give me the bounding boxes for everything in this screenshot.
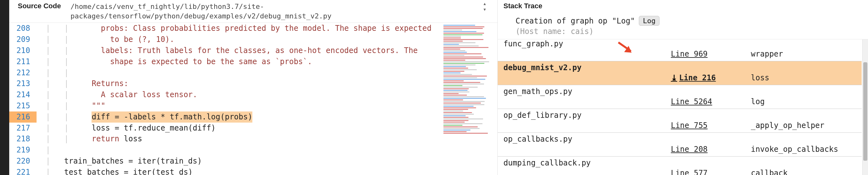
stack-func-cell: log xyxy=(745,96,862,109)
stack-file-cell[interactable]: op_def_library.py xyxy=(498,109,862,120)
line-number[interactable]: 208 xyxy=(9,23,35,34)
path-scroll-down-icon[interactable]: ▼ xyxy=(483,8,487,11)
minimap-line xyxy=(443,33,484,34)
line-number[interactable]: 219 xyxy=(9,144,35,155)
stack-line-cell[interactable]: Line 969 xyxy=(665,48,745,61)
line-number[interactable]: 212 xyxy=(9,67,35,78)
line-number[interactable]: 216 xyxy=(9,111,35,123)
minimap-line xyxy=(443,114,474,115)
minimap-line xyxy=(443,31,476,32)
stack-row[interactable]: gen_math_ops.py xyxy=(498,85,862,96)
minimap-line xyxy=(443,88,469,89)
source-path-line1: /home/cais/venv_tf_nightly/lib/python3.7… xyxy=(70,3,264,10)
source-path-line2: packages/tensorflow/python/debug/example… xyxy=(70,12,332,20)
stack-line-row[interactable]: Line 208invoke_op_callbacks xyxy=(498,144,862,156)
line-number[interactable]: 220 xyxy=(9,155,35,167)
stack-file-cell[interactable]: dumping_callback.py xyxy=(498,156,862,168)
stack-row[interactable]: op_def_library.py xyxy=(498,109,862,120)
indent-guide: | xyxy=(36,167,64,175)
code-line[interactable]: 213 | | Returns: xyxy=(9,78,440,89)
code-line[interactable]: 215 | | """ xyxy=(9,100,440,111)
indent-guide: | | xyxy=(36,89,83,100)
stack-line-row[interactable]: Line 5264log xyxy=(498,96,862,109)
minimap-line xyxy=(443,55,464,56)
stack-row[interactable]: dumping_callback.py xyxy=(498,156,862,168)
log-op-button[interactable]: Log xyxy=(639,16,660,26)
line-number[interactable]: 221 xyxy=(9,167,35,175)
stack-line-cell[interactable]: Line 208 xyxy=(665,144,745,156)
indent-guide: | | xyxy=(36,100,83,111)
stack-row[interactable]: op_callbacks.py xyxy=(498,133,862,144)
line-number[interactable]: 213 xyxy=(9,78,35,89)
stack-line-cell[interactable]: Line 755 xyxy=(665,120,745,133)
code-token xyxy=(64,144,69,155)
minimap-line xyxy=(443,66,466,67)
stack-row[interactable]: debug_mnist_v2.py xyxy=(498,61,862,72)
code-line[interactable]: 211 | | shape is expected to be the same… xyxy=(9,56,440,67)
stack-func-cell: loss xyxy=(745,72,862,85)
line-number[interactable]: 209 xyxy=(9,34,35,45)
stack-line-link[interactable]: Line 216 xyxy=(679,73,716,82)
stack-file-pad xyxy=(498,48,665,61)
minimap-line xyxy=(443,39,484,40)
stack-line-cell[interactable]: ⤓Line 216 xyxy=(665,72,745,85)
line-number[interactable]: 218 xyxy=(9,133,35,144)
code-token: loss = tf.reduce_mean(diff) xyxy=(92,123,216,134)
minimap-line xyxy=(443,118,483,119)
code-line[interactable]: 218 | | return loss xyxy=(9,133,440,144)
stack-line-link[interactable]: Line 755 xyxy=(671,121,708,130)
stack-scrollbar[interactable] xyxy=(862,39,868,175)
stack-trace-title: Stack Trace xyxy=(503,2,862,10)
minimap-line xyxy=(443,52,467,53)
code-line[interactable]: 219 | xyxy=(9,144,440,155)
download-icon: ⤓ xyxy=(671,73,677,82)
code-editor-area[interactable]: 208 | | probs: Class probabilities predi… xyxy=(9,23,497,175)
line-number[interactable]: 210 xyxy=(9,45,35,56)
line-number[interactable]: 217 xyxy=(9,123,35,134)
minimap-line xyxy=(443,109,468,110)
code-line[interactable]: 217 | | loss = tf.reduce_mean(diff) xyxy=(9,123,440,134)
code-token xyxy=(83,45,101,56)
stack-line-row[interactable]: Line 969wrapper xyxy=(498,48,862,61)
code-line[interactable]: 220 | train_batches = iter(train_ds) xyxy=(9,155,440,167)
stack-file-pad xyxy=(498,120,665,133)
stack-header: Stack Trace Creation of graph op "Log" L… xyxy=(498,0,868,39)
source-header: Source Code /home/cais/venv_tf_nightly/l… xyxy=(0,0,497,23)
minimap-line xyxy=(443,125,462,126)
stack-file-pad xyxy=(498,167,665,175)
stack-line-cell[interactable]: Line 5264 xyxy=(665,96,745,109)
minimap-line xyxy=(443,58,486,59)
stack-line-row[interactable]: Line 755_apply_op_helper xyxy=(498,120,862,133)
stack-line-row[interactable]: ⤓Line 216loss xyxy=(498,72,862,85)
stack-line-link[interactable]: Line 969 xyxy=(671,49,708,59)
source-code-title: Source Code xyxy=(18,2,61,10)
stack-line-link[interactable]: Line 5264 xyxy=(671,97,712,106)
path-scroll-up-icon[interactable]: ▲ xyxy=(483,2,487,6)
stack-scrollbar-thumb[interactable] xyxy=(863,62,867,161)
code-line[interactable]: 216 | | diff = -labels * tf.math.log(pro… xyxy=(9,111,440,123)
line-number[interactable]: 211 xyxy=(9,56,35,67)
stack-file-cell[interactable]: gen_math_ops.py xyxy=(498,85,862,96)
stack-line-cell[interactable]: Line 577 xyxy=(665,167,745,175)
minimap-line xyxy=(443,90,468,91)
line-number[interactable]: 215 xyxy=(9,100,35,111)
minimap-line xyxy=(443,65,475,65)
code-minimap[interactable] xyxy=(440,23,497,175)
code-line[interactable]: 208 | | probs: Class probabilities predi… xyxy=(9,23,440,34)
stack-file-cell[interactable]: op_callbacks.py xyxy=(498,133,862,144)
code-line[interactable]: 212 | | xyxy=(9,67,440,78)
stack-line-row[interactable]: Line 577callback xyxy=(498,167,862,175)
minimap-line xyxy=(443,99,463,100)
code-line[interactable]: 209 | | to be (?, 10). xyxy=(9,34,440,45)
code-token: loss xyxy=(119,133,142,144)
stack-line-link[interactable]: Line 208 xyxy=(671,145,708,154)
code-line[interactable]: 214 | | A scalar loss tensor. xyxy=(9,89,440,100)
minimap-line xyxy=(443,115,466,116)
code-line[interactable]: 210 | | labels: Truth labels for the cla… xyxy=(9,45,440,56)
stack-line-link[interactable]: Line 577 xyxy=(671,169,708,175)
code-line[interactable]: 221 | test_batches = iter(test_ds) xyxy=(9,167,440,175)
minimap-line xyxy=(443,61,489,62)
line-number[interactable]: 214 xyxy=(9,89,35,100)
stack-file-cell[interactable]: debug_mnist_v2.py xyxy=(498,61,862,72)
stack-trace-body: func_graph.pyLine 969wrapperdebug_mnist_… xyxy=(498,39,868,175)
